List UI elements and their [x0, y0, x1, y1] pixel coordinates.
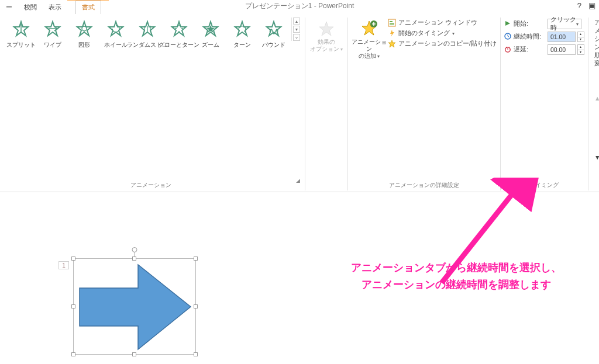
- move-earlier-button: ▲ 順番を前にする: [594, 70, 599, 127]
- svg-marker-5: [109, 22, 123, 36]
- svg-rect-15: [388, 19, 395, 26]
- svg-marker-21: [80, 265, 191, 349]
- resize-handle[interactable]: [71, 352, 75, 356]
- svg-marker-7: [172, 22, 186, 36]
- animation-pane-icon: [388, 19, 396, 27]
- animation-effect-スプリット[interactable]: スプリット: [6, 18, 36, 50]
- effect-options-icon: [316, 19, 336, 39]
- add-animation-button[interactable]: アニメーションの追加 ▾: [352, 18, 387, 61]
- animation-effect-icon: [43, 19, 63, 39]
- arrow-shape-blue[interactable]: [74, 259, 197, 355]
- svg-rect-17: [390, 23, 394, 25]
- animation-effect-グローとターン[interactable]: グローとターン: [164, 18, 194, 50]
- animation-effect-icon: [106, 19, 126, 39]
- resize-handle[interactable]: [132, 256, 136, 261]
- svg-point-4: [82, 26, 87, 31]
- tab-view[interactable]: 表示: [43, 1, 67, 14]
- move-earlier-icon: ▲: [594, 95, 599, 102]
- resize-handle[interactable]: [194, 256, 198, 261]
- reorder-header: アニメーションの順序変更: [594, 19, 599, 68]
- delay-spinner[interactable]: ▴▾: [577, 44, 584, 55]
- svg-marker-18: [388, 40, 395, 47]
- resize-handle[interactable]: [132, 352, 136, 356]
- animation-effect-バウンド[interactable]: バウンド: [259, 18, 289, 50]
- animation-effect-icon: [232, 19, 252, 39]
- animation-effect-icon: [11, 19, 31, 39]
- svg-marker-12: [319, 22, 333, 36]
- help-icon[interactable]: ?: [577, 1, 581, 10]
- animation-painter-button[interactable]: アニメーションのコピー/貼り付け: [388, 40, 497, 48]
- animation-effect-ズーム[interactable]: ズーム: [195, 18, 226, 50]
- resize-handle[interactable]: [71, 304, 75, 308]
- slide-canvas[interactable]: 1 2 3 4 アニメーションタブから継続時間を選択し、 アニメーションの継続時…: [0, 192, 599, 364]
- svg-rect-16: [390, 21, 393, 22]
- animation-effect-icon: [201, 19, 221, 39]
- resize-handle[interactable]: [194, 352, 198, 356]
- animation-pane-button[interactable]: アニメーション ウィンドウ: [388, 19, 497, 27]
- move-later-icon: ▼: [594, 154, 599, 161]
- animation-effect-icon: [264, 19, 284, 39]
- tab-format[interactable]: 書式: [75, 1, 101, 14]
- resize-handle[interactable]: [194, 304, 198, 308]
- animation-effect-icon: [169, 19, 189, 39]
- duration-spinner[interactable]: ▴▾: [577, 32, 584, 42]
- trigger-icon: [388, 29, 396, 37]
- resize-handle[interactable]: [71, 256, 75, 261]
- animation-painter-icon: [388, 40, 396, 48]
- svg-marker-3: [77, 22, 91, 36]
- group-label-animation: アニメーション: [6, 179, 296, 189]
- title-bar: プレゼンテーション1 - PowerPoint ? ▣ ー 校閲 表示 描画ツー…: [0, 0, 599, 14]
- tab-prev[interactable]: ー: [0, 1, 18, 14]
- effect-options-button: 効果のオプション ▾: [309, 18, 344, 54]
- sequence-tag[interactable]: 1: [58, 261, 69, 269]
- svg-marker-10: [235, 22, 249, 36]
- delay-icon: [504, 46, 511, 54]
- animation-dialog-launcher-icon[interactable]: ◢: [296, 178, 301, 183]
- move-later-button[interactable]: ▼ 順番を後にする: [594, 129, 599, 186]
- trigger-button[interactable]: 開始のタイミング ▾: [388, 29, 497, 37]
- start-label: 開始:: [514, 20, 545, 28]
- tab-review[interactable]: 校閲: [18, 1, 43, 14]
- duration-icon: [504, 33, 511, 41]
- animation-effect-図形[interactable]: 図形: [69, 18, 99, 50]
- duration-input[interactable]: 01.00: [548, 32, 576, 42]
- animation-effect-ワイプ[interactable]: ワイプ: [37, 18, 68, 50]
- animation-effect-icon: [137, 19, 157, 39]
- ribbon-display-icon[interactable]: ▣: [588, 1, 595, 10]
- selection-box[interactable]: [73, 258, 196, 355]
- animation-effect-icon: [74, 19, 94, 39]
- start-icon: [504, 20, 511, 28]
- duration-label: 継続時間:: [514, 33, 545, 41]
- ribbon: スプリットワイプ図形ホイールランダムスト…グローとターンズームターンバウンド▴▾…: [0, 14, 599, 192]
- annotation-text: アニメーションタブから継続時間を選択し、 アニメーションの継続時間を調整します: [328, 259, 585, 293]
- start-combo[interactable]: クリック時▾: [548, 19, 581, 29]
- animation-effect-ターン[interactable]: ターン: [227, 18, 257, 50]
- gallery-more-button[interactable]: ▴▾▿: [291, 18, 301, 41]
- add-animation-icon: [359, 19, 379, 39]
- delay-input[interactable]: 00.00: [548, 44, 576, 55]
- delay-label: 遅延:: [514, 46, 545, 54]
